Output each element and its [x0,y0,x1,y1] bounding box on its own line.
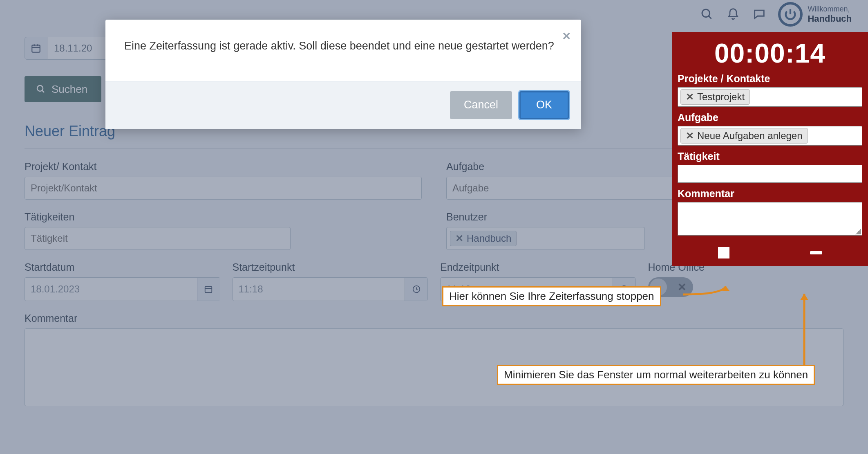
bell-icon[interactable] [726,7,740,22]
timer-projekt-input[interactable]: ✕ Testprojekt [678,87,862,107]
endzeit-label: Endzeitpunkt [440,261,636,273]
callout-stop: Hier können Sie Ihre Zeiterfassung stopp… [442,286,661,306]
timer-kommentar-label: Kommentar [678,188,862,200]
svg-line-1 [709,16,711,19]
timer-display: 00:00:14 [678,38,862,69]
project-label: Projekt/ Kontakt [25,161,422,173]
timer-aufgabe-tag-label: Neue Aufgaben anlegen [697,130,803,142]
benutzer-tag-label: Handbuch [467,233,511,244]
timer-kommentar-textarea[interactable] [678,202,862,236]
svg-rect-2 [32,45,40,52]
calendar-button[interactable] [25,37,47,60]
remove-tag-icon[interactable]: ✕ [686,91,694,103]
kommentar-label: Kommentar [25,312,843,324]
minimize-button[interactable] [810,251,822,254]
power-icon [778,2,803,27]
timer-projekte-label: Projekte / Kontakte [678,73,862,85]
stop-button[interactable] [718,247,729,258]
timer-aufgabe-input[interactable]: ✕ Neue Aufgaben anlegen [678,126,862,146]
svg-point-0 [702,9,710,17]
remove-tag-icon[interactable]: ✕ [686,130,694,142]
taetigkeiten-label: Tätigkeiten [25,211,422,223]
startzeit-label: Startzeitpunkt [233,261,428,273]
cancel-button[interactable]: Cancel [450,91,512,119]
taetigkeit-input[interactable] [25,227,291,250]
benutzer-tag[interactable]: ✕ Handbuch [450,231,517,246]
welcome-greeting: Willkommen, [808,5,852,13]
clock-icon[interactable] [405,278,427,301]
calendar-icon[interactable] [197,278,220,301]
welcome-text: Willkommen, Handbuch [808,5,852,24]
callout-minimize: Minimieren Sie das Fenster um normal wei… [497,365,815,385]
timer-aufgabe-tag[interactable]: ✕ Neue Aufgaben anlegen [680,128,808,144]
confirm-dialog: × Eine Zeiterfassung ist gerade aktiv. S… [105,20,581,129]
welcome-username: Handbuch [808,13,852,24]
svg-rect-8 [205,287,212,293]
startdatum-input[interactable] [25,277,220,301]
timer-panel: 00:00:14 Projekte / Kontakte ✕ Testproje… [672,32,868,266]
chat-icon[interactable] [752,7,767,22]
toggle-off-icon: ✕ [678,281,687,294]
search-button-label: Suchen [51,83,87,96]
svg-line-7 [42,90,44,92]
search-button[interactable]: Suchen [25,76,101,102]
dialog-message: Eine Zeiterfassung ist gerade aktiv. Sol… [124,38,562,55]
timer-taetigkeit-label: Tätigkeit [678,151,862,162]
timer-projekt-tag-label: Testprojekt [697,91,745,103]
benutzer-input[interactable]: ✕ Handbuch [446,227,645,250]
search-icon [36,84,46,94]
startdatum-label: Startdatum [25,261,220,273]
project-input[interactable] [25,177,422,200]
svg-point-6 [37,85,43,91]
startzeit-input[interactable] [233,277,428,301]
timer-taetigkeit-input[interactable] [678,165,862,183]
timer-aufgabe-label: Aufgabe [678,112,862,124]
close-icon[interactable]: × [562,28,570,44]
remove-tag-icon[interactable]: ✕ [455,233,463,244]
ok-button[interactable]: OK [519,91,569,119]
user-menu[interactable]: Willkommen, Handbuch [778,2,852,27]
timer-projekt-tag[interactable]: ✕ Testprojekt [680,89,750,105]
search-icon[interactable] [700,7,714,22]
